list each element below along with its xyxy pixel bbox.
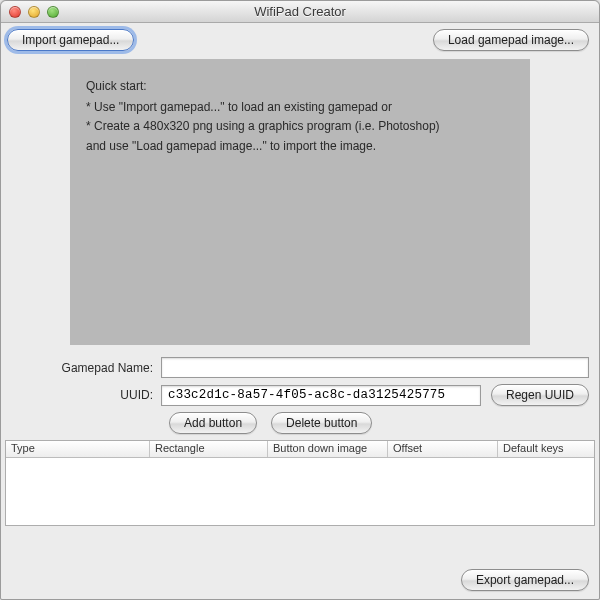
uuid-row: UUID: Regen UUID (11, 384, 589, 406)
quickstart-line: * Use "Import gamepad..." to load an exi… (86, 98, 514, 117)
top-toolbar: Import gamepad... Load gamepad image... (1, 23, 599, 57)
minimize-icon[interactable] (28, 6, 40, 18)
add-button-button[interactable]: Add button (169, 412, 257, 434)
preview-area-wrap: Quick start: * Use "Import gamepad..." t… (1, 57, 599, 355)
uuid-input[interactable] (161, 385, 481, 406)
button-ops-row: Add button Delete button (169, 412, 589, 434)
gamepad-name-input[interactable] (161, 357, 589, 378)
import-gamepad-button[interactable]: Import gamepad... (7, 29, 134, 51)
table-body[interactable] (6, 458, 594, 525)
table-header: Type Rectangle Button down image Offset … (6, 441, 594, 458)
buttons-table[interactable]: Type Rectangle Button down image Offset … (5, 440, 595, 526)
gamepad-name-label: Gamepad Name: (11, 361, 161, 375)
export-gamepad-button[interactable]: Export gamepad... (461, 569, 589, 591)
load-gamepad-image-button[interactable]: Load gamepad image... (433, 29, 589, 51)
col-default-keys[interactable]: Default keys (498, 441, 594, 457)
app-window: WifiPad Creator Import gamepad... Load g… (0, 0, 600, 600)
gamepad-name-row: Gamepad Name: (11, 357, 589, 378)
form-area: Gamepad Name: UUID: Regen UUID Add butto… (1, 355, 599, 440)
col-type[interactable]: Type (6, 441, 150, 457)
quickstart-line: * Create a 480x320 png using a graphics … (86, 117, 514, 136)
delete-button-button[interactable]: Delete button (271, 412, 372, 434)
col-offset[interactable]: Offset (388, 441, 498, 457)
preview-canvas: Quick start: * Use "Import gamepad..." t… (70, 59, 530, 345)
col-rectangle[interactable]: Rectangle (150, 441, 268, 457)
uuid-label: UUID: (11, 388, 161, 402)
regen-uuid-button[interactable]: Regen UUID (491, 384, 589, 406)
titlebar: WifiPad Creator (1, 1, 599, 23)
close-icon[interactable] (9, 6, 21, 18)
zoom-icon[interactable] (47, 6, 59, 18)
quickstart-heading: Quick start: (86, 77, 514, 96)
col-button-down-image[interactable]: Button down image (268, 441, 388, 457)
quickstart-line: and use "Load gamepad image..." to impor… (86, 137, 514, 156)
window-title: WifiPad Creator (1, 4, 599, 19)
footer: Export gamepad... (1, 563, 599, 599)
traffic-lights (1, 6, 59, 18)
